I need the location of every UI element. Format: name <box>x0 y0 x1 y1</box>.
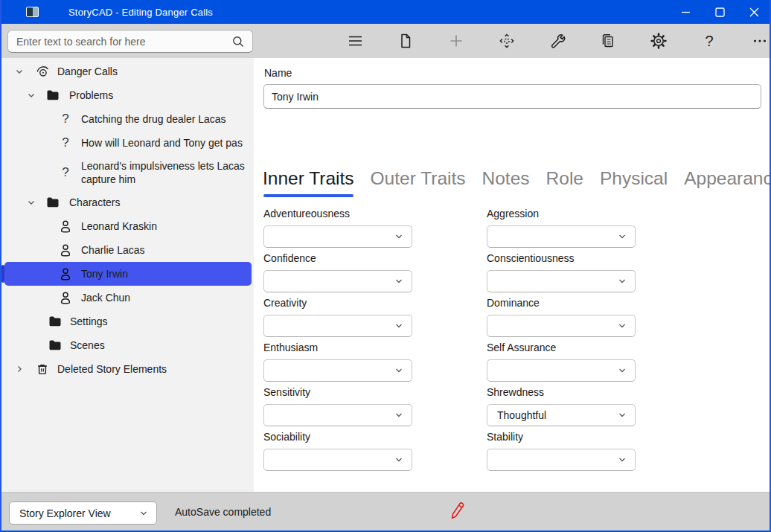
trait-combobox-confidence[interactable] <box>263 270 412 292</box>
tab-appearance[interactable]: Appearance <box>684 167 771 197</box>
help-button[interactable]: ? <box>684 24 735 58</box>
tree-item-problem-1[interactable]: ? Catching the drug dealer Lacas <box>4 107 252 131</box>
trait-field-sociability: Sociability <box>263 429 412 471</box>
person-icon <box>58 290 73 305</box>
story-tree: Danger Calls Problems ? Catching the dru… <box>1 60 254 381</box>
document-icon <box>397 32 415 50</box>
name-label: Name <box>264 67 292 79</box>
add-element-button[interactable] <box>431 24 482 58</box>
tree-item-label: Problems <box>69 89 113 102</box>
preferences-button[interactable] <box>633 24 684 58</box>
gear-icon <box>650 32 668 50</box>
more-button[interactable] <box>735 24 771 58</box>
tools-button[interactable] <box>532 24 583 58</box>
tree-item-character-tony-selected[interactable]: Tony Irwin <box>4 262 252 286</box>
copy-pages-icon <box>599 32 617 50</box>
tree-item-deleted-elements[interactable]: Deleted Story Elements <box>4 357 252 381</box>
window-controls <box>668 0 771 24</box>
folder-icon <box>45 195 60 210</box>
trait-field-stability: Stability <box>487 429 636 471</box>
trait-field-creativity: Creativity <box>263 295 412 337</box>
trait-label: Sensitivity <box>263 385 412 400</box>
character-name-input[interactable] <box>263 84 761 109</box>
search-input[interactable] <box>8 36 231 48</box>
trait-combobox-stability[interactable] <box>487 449 636 471</box>
tree-item-label: Deleted Story Elements <box>57 362 167 376</box>
tree-item-label: Danger Calls <box>57 65 118 78</box>
tab-physical[interactable]: Physical <box>600 167 668 197</box>
chevron-down-icon[interactable] <box>25 196 38 208</box>
trait-combobox-aggression[interactable] <box>487 225 636 248</box>
tree-item-problems[interactable]: Problems <box>4 83 252 107</box>
tab-outer-traits[interactable]: Outer Traits <box>371 167 466 197</box>
search-icon[interactable] <box>231 35 245 48</box>
tree-item-characters[interactable]: Characters <box>4 190 252 214</box>
trait-label: Dominance <box>487 295 636 310</box>
tree-item-label: Charlie Lacas <box>81 243 145 257</box>
trait-combobox-sensitivity[interactable] <box>263 404 412 426</box>
trait-combobox-adventureousness[interactable] <box>263 225 412 248</box>
autosave-status: AutoSave completed <box>175 493 271 531</box>
maximize-button[interactable] <box>703 0 737 24</box>
chevron-down-icon <box>394 366 403 375</box>
minimize-button[interactable] <box>668 0 703 24</box>
trait-label: Aggression <box>487 206 636 221</box>
tree-item-label: Catching the drug dealer Lacas <box>81 112 226 126</box>
chevron-down-icon[interactable] <box>13 65 26 77</box>
chevron-down-icon <box>139 509 148 518</box>
trait-field-sensitivity: Sensitivity <box>263 385 412 426</box>
trait-combobox-sociability[interactable] <box>263 449 412 471</box>
chevron-down-icon <box>394 277 403 286</box>
storycad-window: StoryCAD - Editing Danger Calls <box>0 0 771 532</box>
new-file-button[interactable] <box>380 24 431 58</box>
view-selector-combobox[interactable]: Story Explorer View <box>9 501 157 525</box>
chevron-down-icon <box>618 366 627 375</box>
tab-inner-traits[interactable]: Inner Traits <box>263 167 354 197</box>
tree-item-character-jack[interactable]: Jack Chun <box>4 286 252 310</box>
tree-item-character-leonard[interactable]: Leonard Kraskin <box>4 214 252 238</box>
trait-combobox-dominance[interactable] <box>487 315 636 337</box>
trait-combobox-enthusiasm[interactable] <box>263 359 412 382</box>
character-editor-pane: Name Inner Traits Outer Traits Notes Rol… <box>254 58 770 492</box>
toolbar-buttons: ? <box>330 24 771 58</box>
question-icon: ? <box>58 135 73 150</box>
trait-field-adventureousness: Adventureousness <box>263 206 412 248</box>
help-icon: ? <box>705 33 713 50</box>
tree-item-settings-folder[interactable]: Settings <box>4 310 252 333</box>
tab-role[interactable]: Role <box>546 167 583 197</box>
tree-item-danger-calls[interactable]: Danger Calls <box>4 60 252 83</box>
trait-label: Conscientiousness <box>487 251 636 266</box>
hamburger-icon <box>346 32 364 50</box>
trait-label: Self Assurance <box>487 340 636 355</box>
tab-notes[interactable]: Notes <box>482 167 530 197</box>
question-icon: ? <box>58 165 73 180</box>
trait-combobox-creativity[interactable] <box>263 315 412 337</box>
reports-button[interactable] <box>583 24 633 58</box>
trait-field-enthusiasm: Enthusiasm <box>263 340 412 382</box>
tree-item-label: Tony Irwin <box>81 267 128 281</box>
person-icon <box>58 219 73 234</box>
tree-item-label: Leonard Kraskin <box>81 219 157 233</box>
trait-field-self-assurance: Self Assurance <box>487 340 636 382</box>
chevron-right-icon[interactable] <box>13 363 26 375</box>
chevron-down-icon[interactable] <box>25 89 38 101</box>
chevron-down-icon <box>618 232 627 241</box>
trait-combobox-self-assurance[interactable] <box>487 359 636 382</box>
close-button[interactable] <box>737 0 771 24</box>
tree-item-problem-2[interactable]: ? How will Leonard and Tony get pas <box>4 131 252 155</box>
story-overview-icon <box>35 63 50 80</box>
folder-icon <box>48 338 63 353</box>
trait-field-conscientiousness: Conscientiousness <box>487 251 636 292</box>
menu-button[interactable] <box>330 24 380 58</box>
move-element-button[interactable] <box>482 24 532 58</box>
tree-item-problem-3[interactable]: ? Leonard's impulsiveness lets Lacas cap… <box>4 155 252 190</box>
chevron-down-icon <box>394 232 403 241</box>
tree-item-character-charlie[interactable]: Charlie Lacas <box>4 238 252 262</box>
tree-item-scenes-folder[interactable]: Scenes <box>4 333 252 357</box>
search-box[interactable] <box>7 30 253 53</box>
trait-combobox-shrewdness[interactable]: Thoughtful <box>487 404 636 426</box>
trait-label: Sociability <box>263 429 412 444</box>
chevron-down-icon <box>394 455 403 464</box>
titlebar: StoryCAD - Editing Danger Calls <box>0 0 771 24</box>
trait-combobox-conscientiousness[interactable] <box>487 270 636 292</box>
